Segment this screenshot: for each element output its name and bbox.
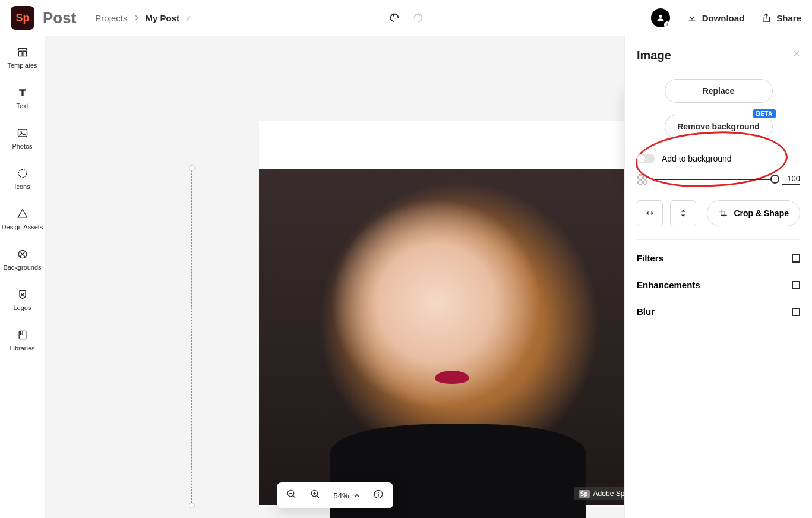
close-icon[interactable] [792, 49, 801, 58]
info-icon[interactable] [373, 489, 384, 502]
left-nav: Templates Text Photos Icons Design Asset… [0, 36, 45, 518]
nav-label: Icons [14, 183, 30, 190]
zoom-value: 54% [333, 491, 349, 500]
filters-label: Filters [637, 253, 663, 263]
selection-box[interactable] [191, 168, 644, 506]
zoom-out-icon[interactable] [286, 489, 296, 502]
canvas[interactable]: Sp Adobe Spark 54% [45, 36, 624, 518]
expand-icon [792, 308, 800, 316]
logos-icon: B [17, 289, 29, 301]
redo-icon [412, 11, 425, 24]
zoom-dropdown[interactable]: 54% [333, 491, 359, 500]
divider [637, 239, 800, 240]
app-logo-text: Sp [15, 12, 29, 24]
icons-icon [17, 168, 29, 179]
share-label: Share [776, 13, 801, 23]
opacity-slider[interactable] [655, 179, 775, 180]
enhancements-label: Enhancements [637, 280, 700, 290]
slider-thumb[interactable] [770, 175, 779, 184]
plus-badge-icon: + [664, 21, 671, 28]
flip-horizontal-button[interactable] [637, 200, 663, 226]
image-panel: Image Replace Remove background BETA Add… [624, 36, 812, 518]
templates-icon [17, 46, 29, 58]
remove-background-label: Remove background [677, 122, 759, 131]
nav-label: Photos [12, 143, 32, 150]
libraries-icon [17, 329, 29, 341]
invite-button[interactable]: + [651, 8, 670, 27]
flip-horizontal-icon [644, 207, 656, 219]
breadcrumb-current[interactable]: My Post [146, 13, 180, 23]
zoom-bar: 54% [276, 482, 393, 508]
replace-button[interactable]: Replace [665, 79, 773, 103]
share-icon [761, 12, 772, 23]
download-label: Download [702, 13, 745, 23]
add-to-background-label: Add to background [662, 154, 732, 163]
crop-icon [718, 209, 728, 218]
nav-label: Text [16, 102, 28, 109]
nav-label: Design Assets [2, 223, 43, 230]
nav-design-assets[interactable]: Design Assets [0, 208, 45, 230]
beta-badge: BETA [753, 109, 776, 118]
nav-text[interactable]: Text [0, 87, 45, 109]
filters-accordion[interactable]: Filters [637, 245, 800, 271]
resize-handle-tl[interactable] [189, 165, 195, 171]
nav-icons[interactable]: Icons [0, 168, 45, 190]
panel-title: Image [637, 49, 800, 62]
opacity-value[interactable]: 100 [782, 174, 800, 185]
blur-accordion[interactable]: Blur [637, 298, 800, 325]
download-button[interactable]: Download [687, 12, 745, 23]
nav-label: Libraries [10, 345, 34, 352]
expand-icon [792, 254, 800, 263]
remove-background-button[interactable]: Remove background BETA [665, 115, 773, 138]
text-icon [17, 87, 29, 99]
photos-icon [17, 127, 29, 139]
resize-handle-bl[interactable] [189, 503, 195, 508]
download-icon [687, 12, 697, 23]
svg-point-2 [18, 169, 26, 177]
chevron-right-icon [134, 15, 140, 21]
zoom-in-icon[interactable] [309, 489, 320, 502]
app-name: Post [43, 9, 76, 27]
nav-backgrounds[interactable]: Backgrounds [0, 248, 45, 271]
nav-label: Logos [14, 304, 31, 311]
nav-label: Templates [7, 62, 37, 69]
breadcrumb: Projects My Post [95, 13, 191, 23]
crop-shape-button[interactable]: Crop & Shape [707, 200, 800, 226]
backgrounds-icon [17, 248, 29, 260]
nav-photos[interactable]: Photos [0, 127, 45, 150]
share-button[interactable]: Share [761, 12, 801, 23]
app-logo[interactable]: Sp [11, 6, 34, 30]
breadcrumb-root[interactable]: Projects [95, 13, 127, 23]
add-to-background-toggle[interactable] [637, 154, 655, 163]
crop-shape-label: Crop & Shape [734, 209, 789, 218]
enhancements-accordion[interactable]: Enhancements [637, 271, 800, 298]
nav-label: Backgrounds [3, 264, 41, 271]
flip-vertical-button[interactable] [670, 200, 696, 226]
blur-label: Blur [637, 307, 655, 317]
expand-icon [792, 281, 800, 289]
nav-libraries[interactable]: Libraries [0, 329, 45, 352]
flip-vertical-icon [677, 207, 689, 219]
opacity-icon [637, 174, 647, 185]
svg-point-14 [378, 492, 379, 493]
nav-logos[interactable]: B Logos [0, 289, 45, 311]
chevron-up-icon [354, 492, 360, 498]
rename-icon[interactable] [185, 13, 191, 23]
nav-templates[interactable]: Templates [0, 46, 45, 69]
design-assets-icon [17, 208, 29, 220]
undo-icon[interactable] [388, 11, 401, 24]
svg-text:B: B [21, 292, 24, 297]
replace-label: Replace [703, 86, 735, 96]
